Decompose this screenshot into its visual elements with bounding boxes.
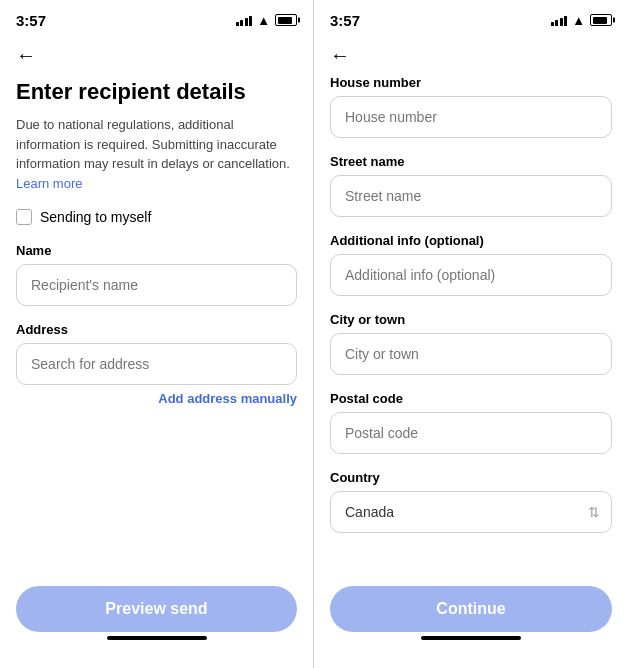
screen-enter-recipient: 3:57 ▲ ← Enter recipient details Due t <box>0 0 314 668</box>
country-field-group: Country Canada United States United King… <box>330 470 612 533</box>
wifi-icon-1: ▲ <box>257 13 270 28</box>
house-number-field-group: House number <box>330 75 612 138</box>
city-label: City or town <box>330 312 612 327</box>
learn-more-link[interactable]: Learn more <box>16 176 82 191</box>
description-text: Due to national regulations, additional … <box>16 115 297 193</box>
street-name-input[interactable] <box>330 175 612 217</box>
sending-myself-checkbox[interactable] <box>16 209 32 225</box>
preview-send-button[interactable]: Preview send <box>16 586 297 632</box>
wifi-icon-2: ▲ <box>572 13 585 28</box>
battery-icon-2 <box>590 14 612 26</box>
country-select[interactable]: Canada United States United Kingdom Aust… <box>330 491 612 533</box>
street-name-field-group: Street name <box>330 154 612 217</box>
name-label: Name <box>16 243 297 258</box>
postal-code-input[interactable] <box>330 412 612 454</box>
city-field-group: City or town <box>330 312 612 375</box>
signal-icon-1 <box>236 14 253 26</box>
status-icons-2: ▲ <box>551 13 612 28</box>
additional-info-input[interactable] <box>330 254 612 296</box>
postal-code-label: Postal code <box>330 391 612 406</box>
status-bar-1: 3:57 ▲ <box>0 0 313 36</box>
signal-icon-2 <box>551 14 568 26</box>
screen1-bottom: Preview send <box>0 574 313 668</box>
screen2-bottom: Continue <box>314 574 628 668</box>
address-input[interactable] <box>16 343 297 385</box>
address-label: Address <box>16 322 297 337</box>
screen2-content: House number Street name Additional info… <box>314 71 628 574</box>
country-select-wrapper: Canada United States United Kingdom Aust… <box>330 491 612 533</box>
home-indicator-2 <box>421 636 521 640</box>
city-input[interactable] <box>330 333 612 375</box>
address-field-group: Address Add address manually <box>16 322 297 406</box>
back-button-1[interactable]: ← <box>0 36 313 71</box>
postal-code-field-group: Postal code <box>330 391 612 454</box>
continue-button[interactable]: Continue <box>330 586 612 632</box>
page-title-1: Enter recipient details <box>16 79 297 105</box>
back-button-2[interactable]: ← <box>314 36 628 71</box>
status-time-2: 3:57 <box>330 12 360 29</box>
country-label: Country <box>330 470 612 485</box>
home-indicator-1 <box>107 636 207 640</box>
additional-info-field-group: Additional info (optional) <box>330 233 612 296</box>
status-time-1: 3:57 <box>16 12 46 29</box>
screen1-content: Enter recipient details Due to national … <box>0 71 313 574</box>
sending-to-myself-row: Sending to myself <box>16 209 297 225</box>
house-number-label: House number <box>330 75 612 90</box>
name-input[interactable] <box>16 264 297 306</box>
additional-info-label: Additional info (optional) <box>330 233 612 248</box>
status-icons-1: ▲ <box>236 13 297 28</box>
add-address-link[interactable]: Add address manually <box>16 391 297 406</box>
screen-address-details: 3:57 ▲ ← House number <box>314 0 628 668</box>
sending-myself-label: Sending to myself <box>40 209 151 225</box>
battery-icon-1 <box>275 14 297 26</box>
name-field-group: Name <box>16 243 297 306</box>
house-number-input[interactable] <box>330 96 612 138</box>
street-name-label: Street name <box>330 154 612 169</box>
status-bar-2: 3:57 ▲ <box>314 0 628 36</box>
